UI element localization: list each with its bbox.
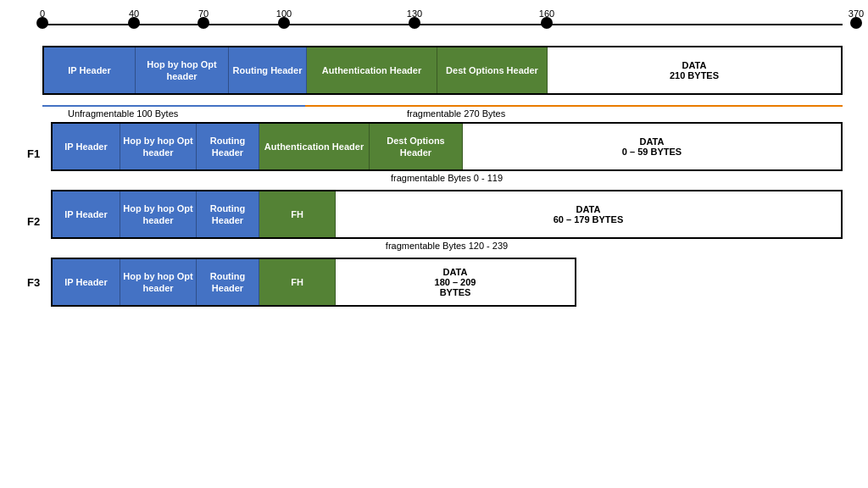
tick-dot-70 bbox=[198, 17, 209, 29]
f1-label: F1 bbox=[27, 147, 40, 160]
f3-label: F3 bbox=[27, 276, 40, 289]
dest-header-orig: Dest Options Header bbox=[437, 47, 548, 93]
f2-hop-header: Hop by hop Opt header bbox=[120, 191, 197, 237]
original-packet-row: IP Header Hop by hop Opt header Routing … bbox=[42, 46, 843, 95]
fragment-f2: F2 IP Header Hop by hop Opt header Routi… bbox=[17, 190, 851, 252]
tick-dot-40 bbox=[128, 17, 140, 29]
data-block-orig: DATA210 BYTES bbox=[548, 47, 841, 93]
fragmentable-label: fragmentable 270 Bytes bbox=[407, 108, 505, 119]
f2-fh: FH bbox=[259, 191, 336, 237]
tick-dot-160 bbox=[541, 17, 553, 29]
f2-label: F2 bbox=[27, 215, 40, 228]
f1-frag-bytes: fragmentable Bytes 0 - 119 bbox=[51, 171, 843, 185]
f1-data: DATA0 – 59 BYTES bbox=[463, 124, 841, 169]
f1-auth-header: Authentication Header bbox=[259, 124, 370, 169]
underline-orange bbox=[305, 105, 843, 107]
tick-dot-370 bbox=[850, 17, 862, 29]
f2-routing-header: Routing Header bbox=[197, 191, 259, 237]
timeline-line bbox=[42, 24, 843, 25]
f1-ip-header: IP Header bbox=[53, 124, 120, 169]
f3-data: DATA180 – 209BYTES bbox=[336, 259, 575, 305]
f3-routing-header: Routing Header bbox=[197, 259, 259, 305]
f1-dest-header: Dest Options Header bbox=[370, 124, 463, 169]
underline-blue bbox=[42, 105, 305, 107]
fragment-f3: F3 IP Header Hop by hop Opt header Routi… bbox=[17, 258, 851, 307]
underline-section: Unfragmentable 100 Bytes fragmentable 27… bbox=[42, 97, 843, 120]
f1-wrapper: F1 IP Header Hop by hop Opt header Routi… bbox=[51, 122, 843, 185]
f3-box: IP Header Hop by hop Opt header Routing … bbox=[51, 258, 576, 307]
f1-hop-header: Hop by hop Opt header bbox=[120, 124, 197, 169]
f2-frag-bytes: fragmentable Bytes 120 - 239 bbox=[51, 239, 843, 252]
f2-data: DATA60 – 179 BYTES bbox=[336, 191, 841, 237]
unfragmentable-label: Unfragmentable 100 Bytes bbox=[68, 108, 178, 119]
f3-fh: FH bbox=[259, 259, 336, 305]
auth-header-orig: Authentication Header bbox=[307, 47, 437, 93]
ip-header-orig: IP Header bbox=[44, 47, 136, 93]
f2-wrapper: F2 IP Header Hop by hop Opt header Routi… bbox=[51, 190, 843, 252]
f2-box: IP Header Hop by hop Opt header Routing … bbox=[51, 190, 843, 239]
f2-ip-header: IP Header bbox=[53, 191, 120, 237]
fragment-f1: F1 IP Header Hop by hop Opt header Routi… bbox=[17, 122, 851, 185]
diagram-container: 0 40 70 100 130 160 370 IP Header Hop by… bbox=[0, 0, 868, 320]
tick-dot-0 bbox=[36, 17, 48, 29]
hop-header-orig: Hop by hop Opt header bbox=[136, 47, 229, 93]
timeline: 0 40 70 100 130 160 370 bbox=[17, 8, 851, 42]
original-packet: IP Header Hop by hop Opt header Routing … bbox=[42, 46, 843, 95]
tick-dot-100 bbox=[278, 17, 290, 29]
f3-wrapper: F3 IP Header Hop by hop Opt header Routi… bbox=[51, 258, 843, 307]
f3-hop-header: Hop by hop Opt header bbox=[120, 259, 197, 305]
f1-routing-header: Routing Header bbox=[197, 124, 259, 169]
f1-box: IP Header Hop by hop Opt header Routing … bbox=[51, 122, 843, 171]
tick-dot-130 bbox=[409, 17, 420, 29]
routing-header-orig: Routing Header bbox=[229, 47, 307, 93]
f3-ip-header: IP Header bbox=[53, 259, 120, 305]
